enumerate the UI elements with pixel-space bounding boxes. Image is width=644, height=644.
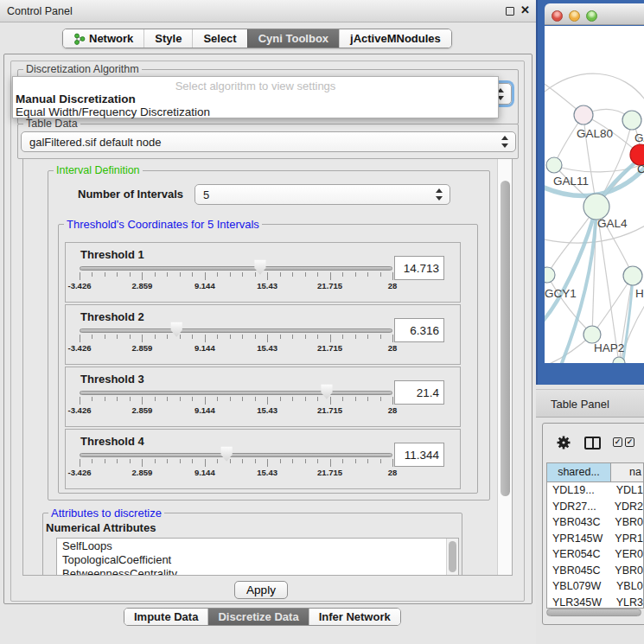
scrollbar-thumb[interactable] <box>501 181 510 496</box>
table-row[interactable]: YER054CYER0 <box>547 546 643 563</box>
apply-button[interactable]: Apply <box>234 581 288 599</box>
cell[interactable]: YDL1 <box>611 482 643 499</box>
cell[interactable]: YBR0 <box>609 563 643 579</box>
tab-select[interactable]: Select <box>192 29 246 48</box>
attributes-list[interactable]: SelfLoops TopologicalCoefficient Between… <box>56 538 459 576</box>
threshold-3-slider[interactable]: -3.4262.8599.14415.4321.71528 <box>80 367 392 428</box>
table-row[interactable]: YLR345WYLR3 <box>547 595 643 609</box>
control-panel-titlebar: Control Panel ✕ <box>0 0 536 22</box>
table-hscrollbar-thumb[interactable] <box>546 609 641 616</box>
threshold-1-slider[interactable]: -3.4262.8599.14415.4321.71528 <box>80 243 392 303</box>
node-label: GCY1 <box>545 287 577 300</box>
tab-label: Select <box>203 32 236 45</box>
node[interactable] <box>545 267 555 283</box>
slider-ticks <box>80 459 392 468</box>
mac-minimize-icon[interactable] <box>569 10 580 22</box>
slider-track[interactable] <box>80 328 392 333</box>
cell[interactable]: YPR1 <box>609 531 643 547</box>
threshold-value-field[interactable]: 11.344 <box>394 443 444 467</box>
table-row[interactable]: YBL079WYBL0 <box>547 578 643 595</box>
list-item[interactable]: BetweennessCentrality <box>57 566 458 576</box>
dropdown-option-equal-width[interactable]: Equal Width/Frequency Discretization <box>16 105 210 118</box>
group-title: Threshold's Coordinates for 5 Intervals <box>64 218 262 231</box>
slider-track[interactable] <box>80 391 392 395</box>
tab-label: Infer Network <box>319 610 391 623</box>
table-row[interactable]: YDR27...YDR2 <box>547 499 643 515</box>
tab-label: Network <box>89 32 133 45</box>
node[interactable] <box>622 111 641 130</box>
node[interactable] <box>546 157 562 173</box>
tab-label: Cyni Toolbox <box>258 32 328 45</box>
table-row[interactable]: YDL19...YDL1 <box>547 482 643 499</box>
cell[interactable]: YER054C <box>547 546 609 563</box>
split-pane-icon[interactable] <box>584 437 601 450</box>
node[interactable] <box>574 105 593 124</box>
cell[interactable]: YBR043C <box>547 514 609 531</box>
tab-label: Style <box>155 32 182 45</box>
table-panel-title: Table Panel <box>551 398 609 411</box>
attributes-list-scrollbar[interactable] <box>446 539 458 576</box>
checkbox-icon[interactable]: ✓ <box>613 437 622 447</box>
cell[interactable]: YPR145W <box>547 531 609 547</box>
node-label: GAL4 <box>597 217 628 230</box>
group-title: Discretization Algorithm <box>23 63 142 75</box>
slider-track[interactable] <box>80 266 392 271</box>
node-label-partial: GA <box>634 131 644 144</box>
network-window-titlebar <box>545 3 644 25</box>
tab-impute-data[interactable]: Impute Data <box>124 609 207 625</box>
tab-cyni-toolbox[interactable]: Cyni Toolbox <box>247 29 339 48</box>
node[interactable] <box>583 326 601 343</box>
table-data-combobox[interactable]: galFiltered.sif default node <box>21 131 516 152</box>
cell[interactable]: YBR045C <box>547 563 609 579</box>
cell[interactable]: YBL0 <box>611 578 643 595</box>
cell[interactable]: YDR27... <box>547 499 609 515</box>
cell[interactable]: YBL079W <box>547 578 611 595</box>
threshold-value-field[interactable]: 21.4 <box>394 380 444 405</box>
column-header-name[interactable]: na <box>611 463 643 481</box>
cell[interactable]: YLR345W <box>547 595 611 609</box>
intervals-count-combobox[interactable]: 5 <box>194 184 450 205</box>
threshold-4-slider[interactable]: -3.4262.8599.14415.4321.71528 <box>80 430 392 490</box>
settings-scroll-viewport: Interval Definition Number of Intervals … <box>22 158 513 576</box>
checkbox-icon[interactable]: ✓ <box>625 437 634 447</box>
scrollbar-thumb[interactable] <box>449 541 456 572</box>
slider-ticks <box>80 397 392 405</box>
slider-tick-labels: -3.4262.8599.14415.4321.71528 <box>80 468 392 479</box>
table-data-value: galFiltered.sif default node <box>29 136 161 149</box>
cell[interactable]: YER0 <box>609 546 643 563</box>
float-icon[interactable] <box>506 7 514 16</box>
node[interactable] <box>583 194 609 220</box>
network-canvas[interactable]: GAL80 GAL11 GAL4 GCY1 HAP2 GA C H <box>545 26 644 363</box>
dropdown-option-manual[interactable]: Manual Discretization <box>16 92 136 105</box>
slider-ticks <box>80 335 392 343</box>
tab-discretize-data[interactable]: Discretize Data <box>207 609 308 625</box>
tab-network[interactable]: Network <box>63 29 143 48</box>
table-row[interactable]: YBR045CYBR0 <box>547 563 643 579</box>
node[interactable] <box>623 266 642 285</box>
cell[interactable]: YDL19... <box>547 482 611 499</box>
close-icon[interactable]: ✕ <box>520 3 530 16</box>
gear-icon[interactable] <box>556 435 571 450</box>
tab-infer-network[interactable]: Infer Network <box>309 609 400 625</box>
threshold-value-field[interactable]: 14.713 <box>394 256 444 280</box>
tab-jactivemnodules[interactable]: jActiveMNodules <box>339 29 451 48</box>
threshold-value-field[interactable]: 6.316 <box>394 318 444 342</box>
slider-track[interactable] <box>80 453 392 457</box>
column-header-shared-name[interactable]: shared... <box>547 463 611 481</box>
list-item[interactable]: TopologicalCoefficient <box>57 552 458 566</box>
node-attribute-table[interactable]: shared... na YDL19...YDL1 YDR27...YDR2 Y… <box>546 462 644 609</box>
tab-label: jActiveMNodules <box>350 32 441 45</box>
cell[interactable]: YBR0 <box>609 514 643 531</box>
cell[interactable]: YDR2 <box>609 499 643 515</box>
mac-zoom-icon[interactable] <box>586 10 597 22</box>
cell[interactable]: YLR3 <box>611 595 643 609</box>
table-row[interactable]: YPR145WYPR1 <box>547 531 643 547</box>
mac-close-icon[interactable] <box>552 10 563 22</box>
threshold-2-slider[interactable]: -3.4262.8599.14415.4321.71528 <box>80 305 392 366</box>
threshold-2-row: Threshold 2 -3.4262.8599.14415.4321.7152… <box>65 304 461 365</box>
settings-scrollbar[interactable] <box>497 159 512 575</box>
table-panel-titlebar: Table Panel <box>536 389 644 418</box>
table-row[interactable]: YBR043CYBR0 <box>547 514 643 531</box>
list-item[interactable]: SelfLoops <box>57 539 458 552</box>
tab-style[interactable]: Style <box>143 29 192 48</box>
